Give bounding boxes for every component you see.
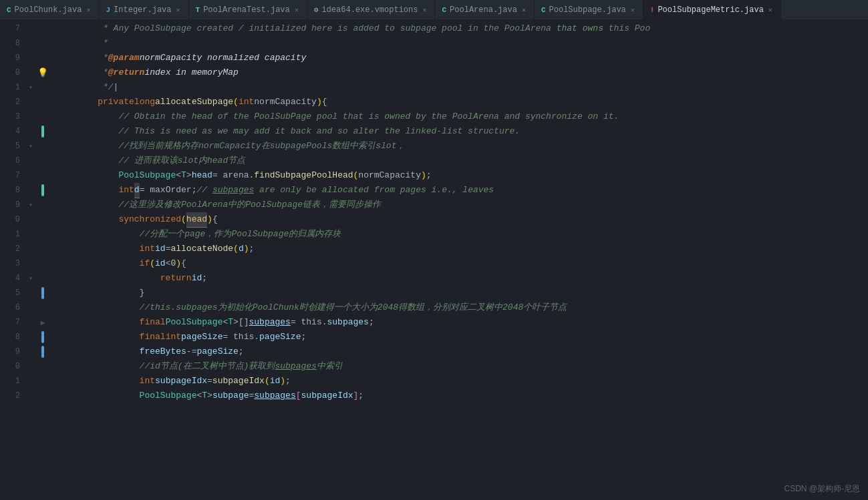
code-text-15: //找到当前规格内存normCapacity在subpagePools数组中索引… xyxy=(77,139,405,154)
code-text-23e: 0 xyxy=(170,256,176,271)
gutter-row-11: 1 ▾ xyxy=(0,80,74,95)
tab-integer[interactable]: J Integer.java ✕ xyxy=(99,0,188,20)
code-line-12: private long allocateSubpage(int normCap… xyxy=(77,95,868,109)
gutter-row-19: 9 ▾ xyxy=(0,198,74,212)
code-text-17c: T xyxy=(181,168,186,183)
tab-label-poolsubpage: PoolSubpage.java xyxy=(549,5,626,15)
line-num-31: 1 xyxy=(0,377,25,386)
gutter-row-29: 9 xyxy=(0,344,74,359)
code-text-17j: ) xyxy=(421,168,426,183)
code-text-32a: PoolSubpage xyxy=(77,389,196,403)
code-line-32: PoolSubpage<T> subpage = subpages[subpag… xyxy=(77,389,868,403)
line-num-23: 3 xyxy=(0,259,25,268)
line-num-17: 7 xyxy=(0,171,25,180)
extras-18 xyxy=(36,184,49,196)
tab-close-poolchunk[interactable]: ✕ xyxy=(85,5,92,15)
code-text-20b: ( xyxy=(181,212,186,227)
code-line-31: int subpageIdx = subpageIdx(id); xyxy=(77,374,868,389)
extras-28 xyxy=(36,331,49,343)
code-line-22: int id = allocateNode(d); xyxy=(77,242,868,256)
tab-poolchunk[interactable]: C PoolChunk.java ✕ xyxy=(0,0,99,20)
gutter-row-7: 7 xyxy=(0,21,74,36)
tab-close-poolsubpage[interactable]: ✕ xyxy=(629,5,636,15)
line-num-11: 1 xyxy=(0,83,25,92)
line-num-24: 4 xyxy=(0,274,25,283)
code-text-23a: if xyxy=(77,256,150,271)
tab-close-integer[interactable]: ✕ xyxy=(175,5,182,15)
tab-close-poolareatest[interactable]: ✕ xyxy=(293,5,300,15)
code-line-26: //this.subpages为初始化PoolChunk时创建得一个大小为204… xyxy=(77,300,868,315)
tab-icon-poolareatest: T xyxy=(196,6,200,14)
code-text-17i: normCapacity xyxy=(358,168,421,183)
code-text-20d: ) xyxy=(207,212,212,227)
code-text-27b: PoolSubpage xyxy=(166,315,223,330)
gutter-row-16: 6 xyxy=(0,154,74,168)
code-text-27f: subpages xyxy=(249,315,290,330)
code-line-28: final int pageSize = this.pageSize; xyxy=(77,330,868,344)
line-num-30: 0 xyxy=(0,362,25,371)
code-text-31d: subpageIdx xyxy=(212,374,265,389)
code-text-31g: ) xyxy=(280,374,285,389)
line-num-32: 2 xyxy=(0,391,25,401)
tab-poolareatest[interactable]: T PoolArenaTest.java ✕ xyxy=(189,0,307,20)
code-text-12c: allocateSubpage xyxy=(155,95,233,109)
code-text-31b: subpageIdx xyxy=(155,374,207,389)
code-line-19: //这里涉及修改PoolArena中的PoolSubpage链表，需要同步操作 xyxy=(77,198,868,212)
code-text-23d: < xyxy=(166,256,171,271)
gutter-row-8: 8 xyxy=(0,36,74,51)
code-text-32e: subpage xyxy=(212,389,249,403)
change-bar-25 xyxy=(41,287,44,299)
code-text-22d: allocateNode xyxy=(170,242,233,256)
tab-poolarena[interactable]: C PoolArena.java ✕ xyxy=(435,0,534,20)
code-text-25: } xyxy=(77,286,144,300)
code-text-17g: findSubpagePoolHead xyxy=(254,168,353,183)
code-line-11: */| xyxy=(77,80,868,95)
code-line-21: //分配一个page，作为PoolSubpage的归属内存块 xyxy=(77,227,868,242)
line-num-22: 2 xyxy=(0,244,25,254)
code-text-29b: -= xyxy=(186,344,197,359)
code-text-32k: ; xyxy=(358,389,364,403)
exec-arrow-27: ▶ xyxy=(41,318,45,327)
gutter-row-24: 4 ▾ xyxy=(0,271,74,286)
line-gutter: 7 8 9 0 💡 1 ▾ xyxy=(0,20,74,500)
gutter-row-22: 2 xyxy=(0,242,74,256)
code-text-17h: ( xyxy=(353,168,359,183)
line-num-29: 9 xyxy=(0,347,25,356)
code-text-32c: T xyxy=(202,389,207,403)
code-text-28e: pageSize xyxy=(259,330,301,344)
code-text-17f: = arena. xyxy=(212,168,254,183)
gutter-row-25: 5 xyxy=(0,286,74,300)
code-text-27g: = this. xyxy=(291,315,327,330)
code-line-18: int d = maxOrder; // subpages are only b… xyxy=(77,183,868,198)
code-text-28a: final xyxy=(77,330,166,344)
code-text-12g: ) xyxy=(317,95,322,109)
tab-vmoptions[interactable]: ⚙ idea64.exe.vmoptions ✕ xyxy=(307,0,436,20)
code-text-17b: < xyxy=(176,168,181,183)
gutter-row-30: 0 xyxy=(0,359,74,374)
gutter-row-13: 3 xyxy=(0,109,74,124)
code-text-27i: ; xyxy=(369,315,374,330)
code-text-22g: ) xyxy=(244,242,249,256)
code-text-9b: @param xyxy=(108,51,140,65)
gutter-row-31: 1 xyxy=(0,374,74,389)
code-text-31e: ( xyxy=(265,374,270,389)
code-text-32h: [ xyxy=(296,389,301,403)
code-text-31a: int xyxy=(77,374,155,389)
code-text-29a: freeBytes xyxy=(77,344,186,359)
tab-poolsubpagemetric[interactable]: ! PoolSubpageMetric.java ✕ xyxy=(643,0,781,20)
code-text-22f: d xyxy=(239,242,244,256)
code-text-23c: id xyxy=(155,256,166,271)
code-text-21: //分配一个page，作为PoolSubpage的归属内存块 xyxy=(77,227,341,242)
code-text-32b: < xyxy=(196,389,202,403)
tab-close-poolarena[interactable]: ✕ xyxy=(521,5,527,15)
tab-poolsubpage[interactable]: C PoolSubpage.java ✕ xyxy=(535,0,643,20)
tab-close-vmoptions[interactable]: ✕ xyxy=(421,5,428,15)
bulb-icon-10[interactable]: 💡 xyxy=(37,67,48,78)
code-text-12a: private xyxy=(77,95,134,109)
line-num-7: 7 xyxy=(0,24,25,33)
code-text-31f: id xyxy=(270,374,281,389)
code-text-16: // 进而获取该slot内head节点 xyxy=(77,154,245,168)
watermark: CSDN @架构师-尼恩 xyxy=(784,483,860,495)
tab-close-poolsubpagemetric[interactable]: ✕ xyxy=(767,5,774,15)
code-text-27c: < xyxy=(223,315,228,330)
